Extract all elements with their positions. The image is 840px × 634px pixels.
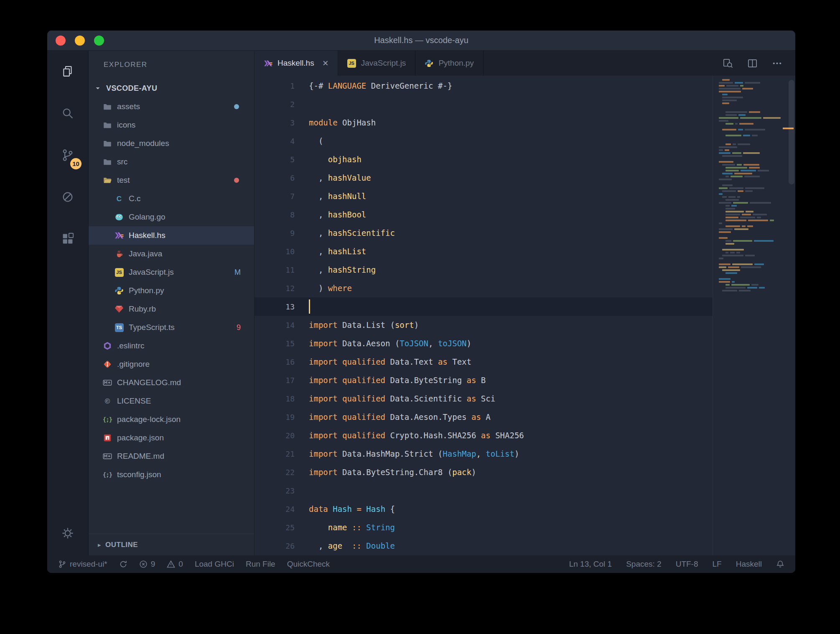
tab-javascript-js[interactable]: JSJavaScript.js xyxy=(338,51,416,76)
scrollbar-thumb[interactable] xyxy=(789,80,794,184)
explorer-sidebar: EXPLORER VSCODE-AYUassetsiconsnode_modul… xyxy=(89,51,255,555)
code-line-14[interactable]: 14import Data.List (sort) xyxy=(255,316,713,334)
tab-haskell-hs[interactable]: Haskell.hs× xyxy=(255,51,338,76)
code-line-3[interactable]: 3module ObjHash xyxy=(255,113,713,132)
code-line-13[interactable]: 13 xyxy=(255,297,713,316)
tree-item-c-c[interactable]: CC.c xyxy=(89,189,254,208)
tab-python-py[interactable]: Python.py xyxy=(415,51,484,76)
status-indentation[interactable]: Spaces: 2 xyxy=(626,560,662,569)
bell-icon xyxy=(776,560,784,568)
code-line-4[interactable]: 4 ( xyxy=(255,132,713,150)
tree-item-readme-md[interactable]: README.md xyxy=(89,447,254,465)
status-label: 9 xyxy=(151,560,155,569)
tree-item-label: assets xyxy=(117,102,140,111)
tree-root[interactable]: VSCODE-AYU xyxy=(89,79,254,97)
tree-item-package-json[interactable]: package.json xyxy=(89,429,254,447)
code-line-9[interactable]: 9 , hashScientific xyxy=(255,224,713,242)
status-language-mode[interactable]: Haskell xyxy=(736,560,762,569)
code-line-26[interactable]: 26 , age :: Double xyxy=(255,537,713,555)
tree-item-license[interactable]: ©LICENSE xyxy=(89,392,254,410)
folder-open-icon xyxy=(103,176,112,185)
status-label: Load GHCi xyxy=(195,560,234,569)
tree-item-typescript-ts[interactable]: TSTypeScript.ts9 xyxy=(89,318,254,337)
code-line-11[interactable]: 11 , hashString xyxy=(255,261,713,279)
tree-item-node-modules[interactable]: node_modules xyxy=(89,134,254,153)
status-errors[interactable]: 9 xyxy=(139,560,155,569)
code-line-16[interactable]: 16import qualified Data.Text as Text xyxy=(255,353,713,371)
code-line-7[interactable]: 7 , hashNull xyxy=(255,187,713,205)
code-text: name :: String xyxy=(309,523,395,532)
gear-icon xyxy=(61,527,74,540)
activity-source-control[interactable]: 10 xyxy=(47,134,88,176)
code-line-5[interactable]: 5 objhash xyxy=(255,150,713,169)
activity-explorer[interactable] xyxy=(47,51,88,92)
line-number: 26 xyxy=(255,542,309,550)
status-cursor-position[interactable]: Ln 13, Col 1 xyxy=(569,560,612,569)
status-eol[interactable]: LF xyxy=(713,560,722,569)
tree-item-icons[interactable]: icons xyxy=(89,116,254,134)
status-sync[interactable] xyxy=(119,560,127,568)
code-line-15[interactable]: 15import Data.Aeson (ToJSON, toJSON) xyxy=(255,334,713,353)
tab-strip-container: Haskell.hs×JSJavaScript.jsPython.py xyxy=(255,51,795,76)
code-line-18[interactable]: 18import qualified Data.Scientific as Sc… xyxy=(255,389,713,408)
status-bar: revised-ui*90Load GHCiRun FileQuickCheck… xyxy=(47,555,795,573)
editor[interactable]: 1{-# LANGUAGE DeriveGeneric #-}23module … xyxy=(255,76,795,555)
close-icon[interactable]: × xyxy=(323,58,328,68)
code-line-2[interactable]: 2 xyxy=(255,95,713,113)
code-line-6[interactable]: 6 , hashValue xyxy=(255,169,713,187)
code-line-25[interactable]: 25 name :: String xyxy=(255,518,713,537)
status-git-branch[interactable]: revised-ui* xyxy=(58,560,107,569)
code-line-24[interactable]: 24data Hash = Hash { xyxy=(255,500,713,518)
status-run-file[interactable]: Run File xyxy=(246,560,275,569)
tree-item-tsconfig-json[interactable]: {;}tsconfig.json xyxy=(89,465,254,484)
editor-group: Haskell.hs×JSJavaScript.jsPython.py 1{-#… xyxy=(255,51,795,555)
tree-item-assets[interactable]: assets xyxy=(89,97,254,116)
more-actions-icon[interactable] xyxy=(771,58,783,69)
tree-item-changelog-md[interactable]: CHANGELOG.md xyxy=(89,373,254,392)
status-warnings[interactable]: 0 xyxy=(167,560,183,569)
tree-item-gitignore[interactable]: .gitignore xyxy=(89,355,254,373)
tree-item-test[interactable]: test xyxy=(89,171,254,189)
split-editor-icon[interactable] xyxy=(747,58,758,69)
tree-item-eslintrc[interactable]: .eslintrc xyxy=(89,337,254,355)
outline-section[interactable]: ▸ OUTLINE xyxy=(89,534,254,555)
status-quickcheck[interactable]: QuickCheck xyxy=(287,560,330,569)
code-line-17[interactable]: 17import qualified Data.ByteString as B xyxy=(255,371,713,389)
status-load-ghci[interactable]: Load GHCi xyxy=(195,560,234,569)
activity-search[interactable] xyxy=(47,92,88,134)
go-icon xyxy=(115,212,124,222)
code-text: , hashScientific xyxy=(309,228,395,238)
line-number: 24 xyxy=(255,505,309,514)
tree-item-src[interactable]: src xyxy=(89,153,254,171)
tree-item-python-py[interactable]: Python.py xyxy=(89,281,254,300)
tree-item-java-java[interactable]: Java.java xyxy=(89,245,254,263)
json-icon: {;} xyxy=(103,415,112,424)
tree-item-javascript-js[interactable]: JSJavaScript.jsM xyxy=(89,263,254,281)
tree-item-haskell-hs[interactable]: Haskell.hs xyxy=(89,226,254,245)
code-line-12[interactable]: 12 ) where xyxy=(255,279,713,297)
code-line-10[interactable]: 10 , hashList xyxy=(255,242,713,261)
json2-icon: {;} xyxy=(103,470,112,479)
close-button[interactable] xyxy=(56,36,66,46)
code-line-1[interactable]: 1{-# LANGUAGE DeriveGeneric #-} xyxy=(255,77,713,95)
minimize-button[interactable] xyxy=(75,36,85,46)
minimap[interactable] xyxy=(713,76,788,555)
status-notifications[interactable] xyxy=(776,560,784,568)
search-editor-icon[interactable] xyxy=(722,58,733,69)
line-number: 23 xyxy=(255,486,309,495)
status-encoding[interactable]: UTF-8 xyxy=(676,560,698,569)
code-line-8[interactable]: 8 , hashBool xyxy=(255,205,713,224)
tree-item-golang-go[interactable]: Golang.go xyxy=(89,208,254,226)
code-line-22[interactable]: 22import Data.ByteString.Char8 (pack) xyxy=(255,463,713,481)
zoom-button[interactable] xyxy=(94,36,104,46)
tree-item-ruby-rb[interactable]: Ruby.rb xyxy=(89,300,254,318)
activity-debug[interactable] xyxy=(47,176,88,218)
traffic-lights xyxy=(56,31,104,50)
activity-settings[interactable] xyxy=(47,519,88,548)
code-line-21[interactable]: 21import Data.HashMap.Strict (HashMap, t… xyxy=(255,445,713,463)
code-line-20[interactable]: 20import qualified Crypto.Hash.SHA256 as… xyxy=(255,426,713,445)
code-line-23[interactable]: 23 xyxy=(255,481,713,500)
activity-extensions[interactable] xyxy=(47,218,88,260)
tree-item-package-lock-json[interactable]: {;}package-lock.json xyxy=(89,410,254,429)
code-line-19[interactable]: 19import qualified Data.Aeson.Types as A xyxy=(255,408,713,426)
